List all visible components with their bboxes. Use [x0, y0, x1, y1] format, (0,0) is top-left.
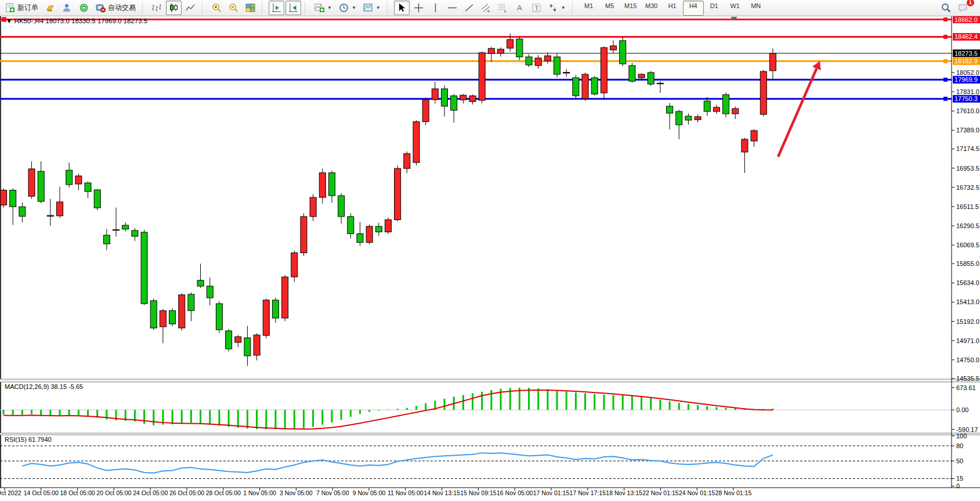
- signals-button[interactable]: [76, 1, 92, 15]
- line-chart-button[interactable]: [183, 1, 198, 15]
- candle-body-down[interactable]: [141, 232, 147, 304]
- candle-body-up[interactable]: [732, 109, 739, 114]
- timeframe-button-m30[interactable]: M30: [641, 1, 662, 16]
- candle-body-up[interactable]: [310, 197, 316, 217]
- candle-body-up[interactable]: [751, 131, 757, 141]
- candle-body-down[interactable]: [657, 83, 663, 84]
- level-line-handle[interactable]: [943, 97, 948, 101]
- trendline-tool-button[interactable]: [461, 1, 477, 15]
- candle-body-down[interactable]: [338, 196, 345, 217]
- candle-body-up[interactable]: [28, 169, 35, 196]
- zoom-out-button[interactable]: [226, 1, 241, 15]
- candle-body-up[interactable]: [395, 168, 401, 219]
- candle-body-up[interactable]: [769, 53, 776, 71]
- candle-body-up[interactable]: [760, 71, 766, 114]
- bar-chart-button[interactable]: [149, 1, 165, 15]
- indicators-button[interactable]: ▼: [312, 1, 335, 15]
- candle-body-up[interactable]: [366, 226, 373, 243]
- new-order-button[interactable]: 新订单: [2, 1, 41, 15]
- zoom-in-button[interactable]: [209, 1, 225, 15]
- candle-body-up[interactable]: [498, 49, 504, 53]
- candle-body-up[interactable]: [179, 295, 185, 328]
- candle-body-up[interactable]: [695, 117, 701, 120]
- trend-arrow-line[interactable]: [778, 69, 816, 157]
- candle-body-up[interactable]: [385, 220, 391, 232]
- candle-body-up[interactable]: [535, 58, 541, 66]
- candle-body-down[interactable]: [554, 57, 560, 74]
- candle-body-down[interactable]: [122, 225, 129, 229]
- candle-body-down[interactable]: [94, 190, 100, 208]
- candle-body-down[interactable]: [685, 116, 692, 120]
- candle-body-up[interactable]: [563, 73, 570, 73]
- candle-body-down[interactable]: [357, 234, 363, 243]
- market-button[interactable]: [42, 1, 58, 15]
- text-tool-button[interactable]: A: [512, 1, 527, 15]
- candle-body-up[interactable]: [113, 230, 120, 230]
- chart-canvas[interactable]: 18052.017831.017610.017389.017174.516953…: [0, 16, 980, 501]
- timeframe-button-m5[interactable]: M5: [599, 1, 620, 16]
- candle-body-up[interactable]: [544, 56, 551, 61]
- candle-body-up[interactable]: [47, 215, 53, 216]
- timeframe-button-h4[interactable]: H4: [683, 1, 704, 16]
- candle-body-down[interactable]: [10, 190, 16, 207]
- candle-body-up[interactable]: [713, 107, 719, 111]
- candle-body-up[interactable]: [742, 139, 748, 152]
- candle-body-up[interactable]: [75, 176, 82, 184]
- cursor-tool-button[interactable]: [394, 1, 410, 15]
- candle-body-up[interactable]: [160, 311, 166, 327]
- level-line-handle[interactable]: [943, 35, 948, 39]
- autotrading-button[interactable]: 自动交易: [93, 1, 139, 15]
- candle-body-down[interactable]: [169, 311, 176, 324]
- chart-shift-button[interactable]: [285, 1, 301, 15]
- crosshair-tool-button[interactable]: [411, 1, 426, 15]
- candle-body-up[interactable]: [601, 48, 607, 93]
- candle-body-up[interactable]: [263, 300, 269, 336]
- text-label-tool-button[interactable]: T: [529, 1, 544, 15]
- candle-body-down[interactable]: [150, 301, 157, 328]
- candle-body-up[interactable]: [432, 89, 438, 100]
- candle-body-up[interactable]: [404, 154, 410, 168]
- candle-body-down[interactable]: [526, 57, 532, 65]
- candlestick-chart-button[interactable]: [166, 1, 182, 15]
- candle-body-down[interactable]: [85, 183, 91, 192]
- candle-body-up[interactable]: [582, 74, 588, 99]
- candle-body-up[interactable]: [319, 173, 326, 197]
- channel-tool-button[interactable]: E: [478, 1, 494, 15]
- pane-separator[interactable]: [0, 379, 980, 382]
- candle-body-up[interactable]: [57, 202, 63, 216]
- templates-button[interactable]: ▼: [360, 1, 384, 15]
- community-button[interactable]: [59, 1, 75, 15]
- candle-body-down[interactable]: [667, 106, 673, 113]
- candle-body-up[interactable]: [507, 39, 513, 48]
- candle-body-down[interactable]: [216, 304, 222, 330]
- vertical-line-tool-button[interactable]: [428, 1, 443, 15]
- candle-body-up[interactable]: [610, 46, 617, 50]
- fibonacci-tool-button[interactable]: F: [495, 1, 511, 15]
- level-line-handle[interactable]: [943, 59, 948, 63]
- candle-body-up[interactable]: [282, 277, 288, 318]
- candle-body-up[interactable]: [479, 53, 485, 100]
- candle-body-up[interactable]: [422, 100, 429, 122]
- candle-body-down[interactable]: [66, 170, 73, 185]
- candle-body-up[interactable]: [638, 74, 645, 78]
- candle-body-down[interactable]: [103, 235, 110, 244]
- notifications-button[interactable]: 1: [955, 1, 971, 15]
- timeframe-button-m1[interactable]: M1: [578, 1, 599, 16]
- candle-body-down[interactable]: [348, 217, 354, 234]
- candle-body-up[interactable]: [460, 95, 467, 100]
- candle-body-down[interactable]: [629, 66, 635, 81]
- timeframe-button-d1[interactable]: D1: [704, 1, 725, 16]
- candle-body-down[interactable]: [328, 173, 335, 196]
- candle-body-up[interactable]: [488, 48, 494, 53]
- tile-windows-button[interactable]: [243, 1, 258, 15]
- candle-body-down[interactable]: [451, 96, 457, 110]
- candle-body-down[interactable]: [132, 230, 138, 236]
- arrows-tool-button[interactable]: ▼: [545, 1, 569, 15]
- candle-body-down[interactable]: [197, 280, 204, 286]
- timeframe-button-mn[interactable]: MN: [746, 1, 766, 16]
- candle-body-up[interactable]: [235, 337, 241, 343]
- candle-body-up[interactable]: [469, 96, 476, 102]
- candle-body-down[interactable]: [19, 207, 26, 216]
- candle-body-up[interactable]: [1, 190, 7, 205]
- search-button[interactable]: [938, 1, 954, 15]
